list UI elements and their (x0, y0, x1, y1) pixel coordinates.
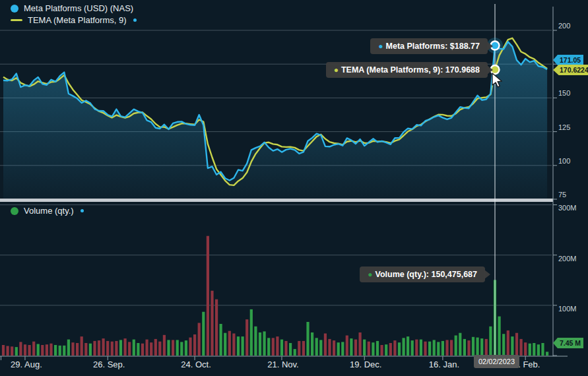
volume-bar (81, 336, 83, 356)
volume-bar (463, 339, 466, 356)
volume-bar (259, 332, 261, 356)
volume-bar (37, 344, 40, 356)
stock-chart: 29. Aug.26. Sep.24. Oct.21. Nov.19. Dec.… (0, 0, 588, 376)
volume-bar (198, 323, 201, 356)
volume-bar (150, 342, 152, 356)
volume-bar (93, 341, 96, 356)
volume-bar (306, 322, 309, 356)
price-axis-label: 75 (558, 191, 566, 199)
last-price-tag-value: 171.05 (560, 56, 581, 64)
volume-bar (215, 299, 218, 356)
pane-separator[interactable] (0, 199, 553, 202)
volume-bar (46, 344, 48, 356)
x-axis-label: 29. Aug. (11, 360, 42, 369)
price-axis-label: 200 (558, 22, 570, 30)
volume-bar (289, 343, 292, 356)
price-legend: Meta Platforms (USD) (NAS) TEMA (Meta Pl… (11, 3, 137, 25)
volume-bar (19, 342, 22, 356)
volume-bar (428, 342, 431, 356)
volume-bar (167, 340, 170, 356)
volume-bar (489, 327, 492, 356)
volume-bar (480, 338, 483, 356)
last-volume-tag: 7.45 M (553, 338, 583, 348)
crosshair-date-tag: 02/02/2023 (474, 355, 519, 368)
volume-bar (176, 340, 179, 356)
volume-bar (302, 341, 305, 356)
volume-bar (146, 340, 148, 356)
volume-bar (315, 338, 318, 356)
volume-bar (407, 336, 409, 356)
volume-bar (71, 342, 74, 356)
volume-bar (67, 340, 70, 356)
volume-bar (445, 340, 448, 356)
volume-bar (158, 342, 161, 356)
volume-bar (337, 342, 340, 356)
volume-bar (363, 340, 366, 356)
volume-bar (403, 338, 405, 356)
volume-bar (154, 339, 157, 356)
series-indicator-dot-icon (133, 18, 137, 22)
volume-bar (124, 338, 127, 356)
volume-bar (455, 336, 457, 356)
tema-tooltip-label: TEMA (Meta Platforms, 9): (341, 65, 443, 75)
volume-bar (242, 336, 244, 356)
volume-legend-label: Volume (qty.) (24, 206, 74, 216)
price-axis-label: 125 (558, 123, 570, 131)
volume-bar (441, 341, 444, 356)
tema-tooltip-value: 170.9688 (445, 65, 480, 75)
volume-bar (254, 327, 257, 356)
series-indicator-dot-icon (81, 209, 84, 212)
volume-bar (189, 338, 191, 356)
volume-bar (524, 342, 527, 356)
volume-axis-label: 200M (558, 255, 577, 263)
legend-item-tema[interactable]: TEMA (Meta Platforms, 9) (11, 15, 137, 25)
tema-series-icon (11, 19, 22, 21)
volume-bar (193, 334, 196, 356)
price-axis-label: 150 (558, 89, 570, 97)
volume-bar (280, 340, 283, 356)
volume-bar (180, 342, 183, 356)
volume-bar (507, 330, 509, 356)
volume-bar (237, 336, 240, 356)
legend-item-price[interactable]: Meta Platforms (USD) (NAS) (11, 3, 137, 13)
volume-bar (141, 344, 144, 356)
volume-bar (220, 324, 222, 356)
volume-bar (7, 346, 9, 356)
volume-bar (272, 338, 275, 356)
volume-bar (415, 340, 418, 356)
volume-bar (89, 344, 92, 356)
volume-bar (368, 342, 370, 356)
volume-bar (133, 340, 135, 356)
last-price-tag: 171.05 (553, 55, 583, 65)
volume-bar (485, 339, 488, 356)
volume-tooltip-label: Volume (qty.): (376, 270, 429, 279)
volume-axis-label: 300M (558, 204, 577, 212)
volume-bar (49, 344, 52, 356)
volume-bar (546, 352, 548, 356)
volume-bar (32, 342, 35, 356)
tema-legend-label: TEMA (Meta Platforms, 9) (28, 15, 127, 25)
volume-bar (389, 343, 392, 356)
volume-bar (537, 344, 540, 356)
volume-bar (102, 338, 105, 356)
chart-canvas[interactable]: 29. Aug.26. Sep.24. Oct.21. Nov.19. Dec.… (0, 0, 588, 376)
price-series-icon (11, 5, 18, 13)
volume-bar (376, 341, 379, 356)
volume-bar (294, 349, 296, 356)
volume-bar (224, 333, 226, 356)
legend-item-volume[interactable]: Volume (qty.) (11, 206, 84, 216)
volume-bar (476, 338, 479, 356)
mouse-cursor-icon (491, 73, 506, 88)
volume-bar (106, 341, 109, 356)
volume-bar (398, 342, 401, 356)
volume-bar (207, 236, 209, 356)
volume-bar (502, 334, 505, 356)
volume-bar (84, 343, 87, 356)
volume-legend: Volume (qty.) (11, 206, 84, 216)
volume-bar (54, 345, 57, 356)
volume-bar (424, 342, 426, 356)
volume-bar (76, 343, 79, 356)
volume-bar (333, 340, 335, 356)
x-axis-label: 19. Dec. (350, 360, 381, 369)
volume-bar (381, 345, 383, 356)
